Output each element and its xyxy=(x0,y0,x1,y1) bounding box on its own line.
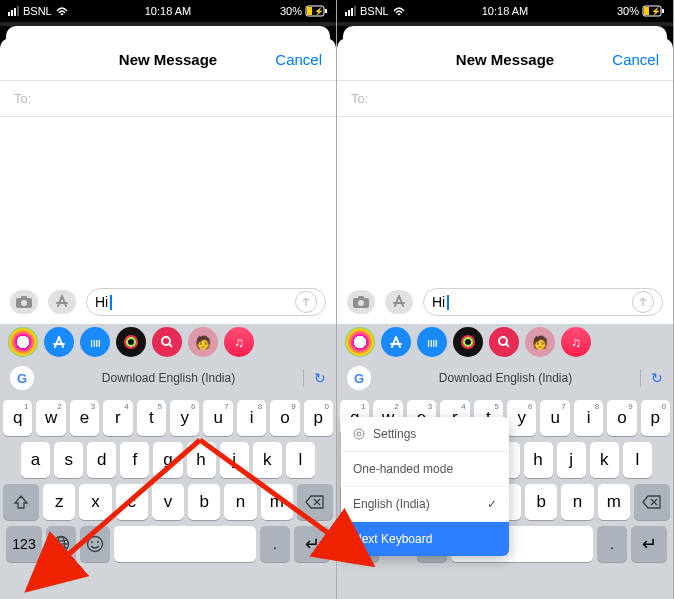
imessage-app-row[interactable]: ıııı 🧑 ♫ xyxy=(0,324,336,360)
key-x[interactable]: x xyxy=(79,484,111,520)
key-k[interactable]: k xyxy=(253,442,282,478)
emoji-key[interactable] xyxy=(80,526,110,562)
google-logo-icon[interactable]: G xyxy=(10,366,34,390)
search-app-icon[interactable] xyxy=(489,327,519,357)
backspace-key[interactable] xyxy=(297,484,333,520)
photos-app-icon[interactable] xyxy=(345,327,375,357)
appstore-button[interactable] xyxy=(48,290,76,314)
key-i[interactable]: i8 xyxy=(574,400,603,436)
compose-sheet: New Message Cancel To: Hi xyxy=(337,38,673,599)
key-y[interactable]: y6 xyxy=(507,400,536,436)
key-u[interactable]: u7 xyxy=(540,400,569,436)
period-key[interactable]: . xyxy=(597,526,627,562)
check-icon: ✓ xyxy=(487,497,497,511)
key-k[interactable]: k xyxy=(590,442,619,478)
key-b[interactable]: b xyxy=(525,484,557,520)
return-key[interactable]: ↵ xyxy=(631,526,667,562)
space-key[interactable] xyxy=(114,526,256,562)
key-c[interactable]: c xyxy=(116,484,148,520)
cancel-button[interactable]: Cancel xyxy=(612,51,659,68)
key-s[interactable]: s xyxy=(54,442,83,478)
status-bar: BSNL 10:18 AM 30% ⚡ xyxy=(0,0,336,22)
clock-label: 10:18 AM xyxy=(337,5,673,17)
key-z[interactable]: z xyxy=(43,484,75,520)
svg-point-26 xyxy=(464,338,472,346)
key-row-3: zxcvbnm xyxy=(3,484,333,520)
photos-app-icon[interactable] xyxy=(8,327,38,357)
keyboard: ıııı 🧑 ♫ G Download English (India) ↻ q1… xyxy=(0,324,336,599)
key-n[interactable]: n xyxy=(224,484,256,520)
key-j[interactable]: j xyxy=(220,442,249,478)
key-g[interactable]: g xyxy=(153,442,182,478)
key-q[interactable]: q1 xyxy=(3,400,32,436)
key-v[interactable]: v xyxy=(152,484,184,520)
download-language-button[interactable]: Download English (India) xyxy=(381,371,630,385)
key-t[interactable]: t5 xyxy=(137,400,166,436)
memoji-app-icon[interactable]: 🧑 xyxy=(525,327,555,357)
shift-key[interactable] xyxy=(3,484,39,520)
popup-one-handed[interactable]: One-handed mode xyxy=(341,452,509,487)
music-app-icon[interactable]: ♫ xyxy=(224,327,254,357)
key-j[interactable]: j xyxy=(557,442,586,478)
activity-app-icon[interactable] xyxy=(116,327,146,357)
key-i[interactable]: i8 xyxy=(237,400,266,436)
camera-button[interactable] xyxy=(347,290,375,314)
to-field[interactable]: To: xyxy=(337,80,673,117)
send-button[interactable] xyxy=(295,291,317,313)
globe-key[interactable] xyxy=(46,526,76,562)
backspace-key[interactable] xyxy=(634,484,670,520)
arrow-up-icon xyxy=(301,297,311,307)
key-u[interactable]: u7 xyxy=(203,400,232,436)
svg-point-24 xyxy=(358,300,364,306)
popup-settings[interactable]: Settings xyxy=(341,417,509,452)
memoji-app-icon[interactable]: 🧑 xyxy=(188,327,218,357)
refresh-button[interactable]: ↻ xyxy=(651,370,663,386)
popup-language[interactable]: English (India)✓ xyxy=(341,487,509,522)
key-f[interactable]: f xyxy=(120,442,149,478)
key-e[interactable]: e3 xyxy=(70,400,99,436)
key-y[interactable]: y6 xyxy=(170,400,199,436)
key-o[interactable]: o9 xyxy=(607,400,636,436)
svg-point-9 xyxy=(162,337,170,345)
key-m[interactable]: m xyxy=(598,484,630,520)
appstore-button[interactable] xyxy=(385,290,413,314)
message-input[interactable]: Hi xyxy=(86,288,326,316)
activity-app-icon[interactable] xyxy=(453,327,483,357)
key-l[interactable]: l xyxy=(286,442,315,478)
to-field[interactable]: To: xyxy=(0,80,336,117)
popup-next-keyboard[interactable]: Next Keyboard xyxy=(341,522,509,556)
key-b[interactable]: b xyxy=(188,484,220,520)
key-l[interactable]: l xyxy=(623,442,652,478)
music-app-icon[interactable]: ♫ xyxy=(561,327,591,357)
key-a[interactable]: a xyxy=(21,442,50,478)
globe-popup-menu: Settings One-handed mode English (India)… xyxy=(341,417,509,556)
keyboard: ıııı 🧑 ♫ G Download English (India) ↻ q1… xyxy=(337,324,673,599)
camera-button[interactable] xyxy=(10,290,38,314)
audio-app-icon[interactable]: ıııı xyxy=(417,327,447,357)
key-h[interactable]: h xyxy=(187,442,216,478)
key-n[interactable]: n xyxy=(561,484,593,520)
period-key[interactable]: . xyxy=(260,526,290,562)
key-p[interactable]: p0 xyxy=(641,400,670,436)
key-d[interactable]: d xyxy=(87,442,116,478)
refresh-button[interactable]: ↻ xyxy=(314,370,326,386)
download-language-button[interactable]: Download English (India) xyxy=(44,371,293,385)
audio-app-icon[interactable]: ıııı xyxy=(80,327,110,357)
key-m[interactable]: m xyxy=(261,484,293,520)
return-key[interactable]: ↵ xyxy=(294,526,330,562)
key-r[interactable]: r4 xyxy=(103,400,132,436)
google-logo-icon[interactable]: G xyxy=(347,366,371,390)
appstore-app-icon[interactable] xyxy=(381,327,411,357)
imessage-app-row[interactable]: ıııı 🧑 ♫ xyxy=(337,324,673,360)
cancel-button[interactable]: Cancel xyxy=(275,51,322,68)
appstore-app-icon[interactable] xyxy=(44,327,74,357)
numbers-key[interactable]: 123 xyxy=(6,526,42,562)
key-h[interactable]: h xyxy=(524,442,553,478)
search-app-icon[interactable] xyxy=(152,327,182,357)
key-w[interactable]: w2 xyxy=(36,400,65,436)
shift-icon xyxy=(14,495,28,509)
key-p[interactable]: p0 xyxy=(304,400,333,436)
send-button[interactable] xyxy=(632,291,654,313)
key-o[interactable]: o9 xyxy=(270,400,299,436)
message-input[interactable]: Hi xyxy=(423,288,663,316)
